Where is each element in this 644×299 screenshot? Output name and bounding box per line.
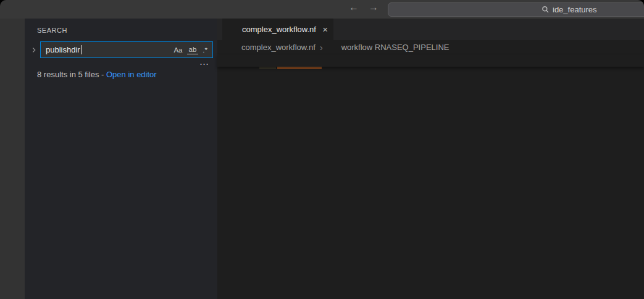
search-sidebar: SEARCH publishdir Aa ab .* ··· 8 results… xyxy=(25,19,217,299)
breadcrumb: complex_workflow.nf › workflow RNASEQ_PI… xyxy=(217,40,644,54)
whole-word-toggle[interactable]: ab xyxy=(187,45,199,54)
sticky-scroll-line[interactable] xyxy=(217,54,644,67)
panel-title: SEARCH xyxy=(37,27,67,34)
nextflow-file-icon xyxy=(227,43,237,53)
forward-icon[interactable]: → xyxy=(369,2,378,13)
search-icon xyxy=(542,6,550,14)
search-match-highlight-sliver xyxy=(277,67,322,69)
zoom-window-button[interactable] xyxy=(33,6,41,14)
workflow-symbol-icon xyxy=(327,43,337,53)
results-summary: 8 results in 5 files - Open in editor xyxy=(37,70,217,79)
nextflow-file-icon xyxy=(228,25,238,35)
breadcrumb-separator: › xyxy=(320,43,323,53)
activity-bar xyxy=(0,19,25,299)
tab-complex-workflow[interactable]: complex_workflow.nf × xyxy=(222,19,333,40)
breadcrumb-symbol[interactable]: workflow RNASEQ_PIPELINE xyxy=(341,43,450,52)
text-caret xyxy=(81,45,82,54)
match-case-toggle[interactable]: Aa xyxy=(172,46,184,54)
search-query-text: publishdir xyxy=(46,45,80,54)
tab-label: complex_workflow.nf xyxy=(242,25,316,34)
partially-scrolled-line xyxy=(217,67,644,69)
toggle-replace-chevron-icon[interactable] xyxy=(30,46,38,54)
close-tab-icon[interactable]: × xyxy=(322,24,328,35)
search-results-tree xyxy=(25,84,217,299)
indent-scope-band xyxy=(259,67,276,69)
back-icon[interactable]: ← xyxy=(349,2,359,13)
command-center[interactable]: ide_features xyxy=(388,2,644,17)
editor-group: complex_workflow.nf × complex_workflow.n… xyxy=(217,19,644,299)
command-center-query: ide_features xyxy=(553,5,597,14)
tab-bar: complex_workflow.nf × xyxy=(217,19,644,40)
title-bar: ← → ide_features xyxy=(0,0,644,19)
toggle-search-details-icon[interactable]: ··· xyxy=(25,61,217,67)
traffic-lights xyxy=(7,6,41,14)
close-window-button[interactable] xyxy=(7,6,15,14)
code-editor[interactable] xyxy=(217,69,644,299)
vscode-window: ← → ide_features SEARCH publishdir xyxy=(0,0,644,299)
minimize-window-button[interactable] xyxy=(20,6,28,14)
history-nav: ← → xyxy=(349,2,378,13)
search-input[interactable]: publishdir Aa ab .* xyxy=(40,41,213,58)
breadcrumb-file[interactable]: complex_workflow.nf xyxy=(241,43,316,52)
regex-toggle[interactable]: .* xyxy=(201,46,209,54)
open-in-editor-link[interactable]: Open in editor xyxy=(106,70,157,79)
